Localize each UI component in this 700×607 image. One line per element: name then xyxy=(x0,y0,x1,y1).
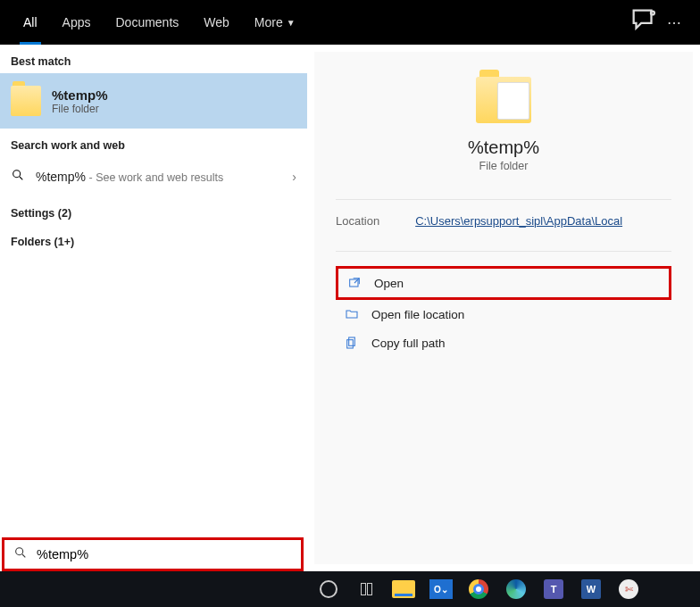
best-match-result[interactable]: %temp% File folder xyxy=(0,73,307,129)
copy-full-path-action[interactable]: Copy full path xyxy=(336,328,671,357)
file-explorer-icon xyxy=(392,580,415,598)
word-app[interactable]: W xyxy=(577,575,605,603)
tab-documents[interactable]: Documents xyxy=(103,0,191,45)
taskbar: O⌄ T W xyxy=(0,571,700,607)
best-match-header: Best match xyxy=(0,45,307,73)
outlook-app[interactable]: O⌄ xyxy=(427,575,455,603)
teams-app[interactable]: T xyxy=(539,575,568,603)
chevron-down-icon: ▼ xyxy=(287,18,296,28)
web-hint: - See work and web results xyxy=(86,171,223,184)
svg-point-0 xyxy=(651,12,654,15)
tab-apps[interactable]: Apps xyxy=(50,0,104,45)
search-icon xyxy=(13,545,28,563)
location-path-link[interactable]: C:\Users\erpsupport_sipl\AppData\Local xyxy=(415,214,622,228)
settings-group-header[interactable]: Settings (2) xyxy=(0,196,307,225)
chrome-icon xyxy=(469,579,488,599)
search-web-result[interactable]: %temp% - See work and web results › xyxy=(0,157,307,196)
open-icon xyxy=(347,276,362,290)
more-options-icon[interactable]: ⋯ xyxy=(659,14,689,31)
tab-more-label: More xyxy=(254,15,283,29)
search-box[interactable] xyxy=(2,537,304,571)
open-file-location-action[interactable]: Open file location xyxy=(336,300,671,328)
chrome-app[interactable] xyxy=(464,575,493,603)
task-view-button[interactable] xyxy=(352,575,380,603)
results-list: Best match %temp% File folder Search wor… xyxy=(0,45,307,571)
chevron-right-icon: › xyxy=(292,170,296,184)
folders-group-header[interactable]: Folders (1+) xyxy=(0,225,307,254)
location-row: Location C:\Users\erpsupport_sipl\AppDat… xyxy=(336,214,671,228)
edge-app[interactable] xyxy=(502,575,530,603)
word-icon: W xyxy=(581,579,601,599)
outlook-icon: O⌄ xyxy=(429,579,453,599)
feedback-icon[interactable] xyxy=(629,5,659,39)
svg-rect-4 xyxy=(347,340,354,348)
open-action[interactable]: Open xyxy=(336,266,671,300)
edge-icon xyxy=(506,579,526,599)
folder-icon xyxy=(11,86,41,116)
cortana-icon xyxy=(320,580,338,598)
preview-pane: %temp% File folder Location C:\Users\erp… xyxy=(314,52,693,564)
svg-rect-3 xyxy=(349,337,355,345)
best-match-subtitle: File folder xyxy=(52,103,108,115)
file-explorer-app[interactable] xyxy=(389,575,418,603)
preview-title: %temp% xyxy=(468,137,539,158)
task-view-icon xyxy=(361,583,372,595)
copy-full-path-label: Copy full path xyxy=(371,337,446,350)
scissors-icon xyxy=(619,579,638,599)
open-file-location-label: Open file location xyxy=(371,308,464,321)
open-label: Open xyxy=(374,277,404,290)
svg-point-5 xyxy=(16,548,23,555)
search-scope-tabs: All Apps Documents Web More ▼ ⋯ xyxy=(0,0,700,45)
teams-icon: T xyxy=(544,579,563,599)
svg-point-1 xyxy=(13,170,21,178)
best-match-title: %temp% xyxy=(52,87,108,103)
web-query: %temp% xyxy=(36,170,86,184)
tab-all[interactable]: All xyxy=(11,0,50,45)
preview-subtitle: File folder xyxy=(479,160,529,172)
location-label: Location xyxy=(336,214,379,228)
separator xyxy=(336,251,671,252)
search-icon xyxy=(11,168,25,186)
tab-web[interactable]: Web xyxy=(191,0,242,45)
cortana-button[interactable] xyxy=(314,575,343,603)
copy-icon xyxy=(345,336,359,350)
search-input[interactable] xyxy=(37,547,292,561)
search-web-header: Search work and web xyxy=(0,129,307,157)
folder-icon xyxy=(476,77,531,123)
snipping-tool-app[interactable] xyxy=(614,575,643,603)
folder-open-icon xyxy=(345,307,359,321)
separator xyxy=(336,199,671,200)
tab-more[interactable]: More ▼ xyxy=(242,0,308,45)
